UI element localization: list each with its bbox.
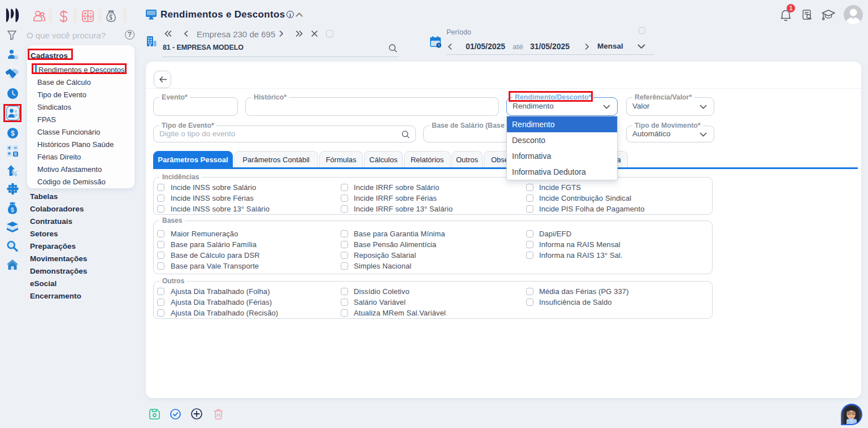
svg-text:$: $ — [11, 206, 14, 213]
svg-text:$: $ — [11, 129, 15, 137]
